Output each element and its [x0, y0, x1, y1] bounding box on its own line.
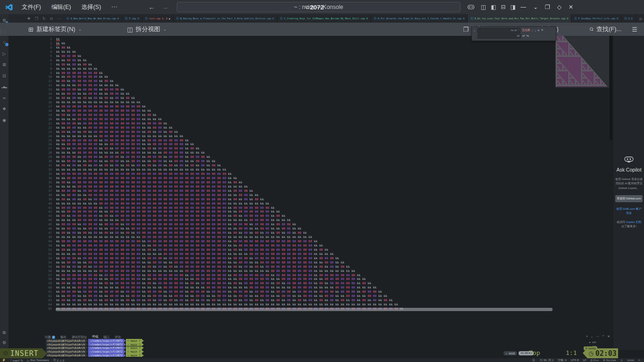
new-folder-icon[interactable]: ❐ — [35, 16, 38, 21]
expand-replace-chevron[interactable]: ⌄ — [473, 29, 476, 32]
run-debug-icon[interactable]: ▷ — [1, 51, 7, 57]
token: kk — [78, 58, 82, 62]
customize-layout-icon[interactable]: ◫ — [481, 4, 486, 10]
editor-tab[interactable]: ⓒC_Creating_Keys_for_StORages_Has_Become… — [277, 14, 371, 23]
token: 00 — [137, 181, 140, 184]
token: 00 — [217, 269, 221, 272]
token: kk — [61, 303, 65, 306]
replace-icon[interactable]: ⇄ — [522, 34, 525, 38]
token: kk — [319, 261, 323, 264]
close-panel-icon[interactable]: ✕ — [607, 335, 610, 338]
close-find-icon[interactable]: ✕ — [541, 28, 543, 32]
command-center[interactable]: ~ : nvim — Konsole 2072 — [177, 2, 461, 12]
editor-tab[interactable]: ⓒB_Having_Been_a_Treasurer_in_the_Past_I… — [173, 14, 277, 23]
new-file-icon[interactable]: ✚ — [27, 16, 31, 21]
more-icon[interactable]: ⋯ — [596, 335, 599, 338]
remote-explorer-icon[interactable]: ⊡ — [1, 73, 7, 79]
token: 00 — [148, 185, 151, 188]
github-icon[interactable]: ◉ — [1, 117, 7, 123]
token: kk — [78, 63, 82, 66]
token: kk — [276, 294, 280, 297]
regex-icon[interactable]: .* — [518, 29, 519, 32]
copilot-icon[interactable] — [467, 3, 475, 11]
find-in-selection-icon[interactable]: ≡ — [538, 29, 540, 32]
source-control-icon[interactable]: ⑂ — [1, 40, 7, 45]
close-button[interactable]: ✕ — [569, 4, 573, 10]
nav-forward-button[interactable]: → — [162, 4, 168, 11]
more-icon[interactable]: ⋯ — [57, 16, 61, 21]
editor-tab[interactable]: ⓒF.cppU — [122, 14, 142, 23]
notifications-bell[interactable]: ⍾ — [638, 359, 640, 362]
minimize-button[interactable]: — — [520, 4, 526, 10]
split-view-button[interactable]: ◫ 拆分视图 ⌄ — [127, 25, 167, 33]
terminal-list-item[interactable]: ▸zsh — [589, 340, 610, 344]
editor-tab[interactable]: ⓒG_I — [621, 14, 636, 23]
problems-indicator[interactable]: ⓧ2 ⚠ 0 — [53, 358, 64, 362]
feedback[interactable]: ☺ — [620, 359, 623, 362]
more-button[interactable]: ⌄ — [533, 4, 538, 10]
terminal-output[interactable]: chiyoyuki@ChiyoYukiArch~/codes/xcpc/cf/2… — [46, 339, 144, 357]
replace-all-icon[interactable]: ⇆ — [526, 34, 528, 38]
cursor-position[interactable]: 行 66, 列 1 — [540, 358, 553, 362]
run-testcases-button[interactable]: ▷Run Testcases — [27, 359, 49, 362]
token: 00 — [148, 147, 151, 150]
collapse-icon[interactable]: ⊟ — [50, 16, 53, 21]
editor-tab[interactable]: ⓒD_For_Wizards_the_Exam_Is_Easy_but_I_Co… — [371, 14, 468, 23]
vertical-scrollbar[interactable] — [610, 27, 612, 140]
toggle-primary-sidebar-icon[interactable]: ◧ — [491, 4, 496, 10]
token: 00 — [88, 117, 92, 121]
toggle-secondary-sidebar-icon[interactable]: ◨ — [511, 4, 516, 10]
git-branch-indicator[interactable]: ⑂main* ↻ — [10, 359, 23, 362]
remote-indicator[interactable]: ⚡ — [2, 358, 6, 362]
match-case-icon[interactable]: Aa — [511, 29, 513, 32]
go-live[interactable]: ⦾Go Live — [603, 359, 616, 362]
run-file-icon[interactable]: ▷ — [640, 16, 643, 21]
nav-back-button[interactable]: ← — [149, 4, 155, 11]
find-button[interactable]: 查找(F)... — [590, 25, 621, 33]
new-terminal-icon[interactable]: + — [586, 335, 588, 338]
menu-item[interactable]: 选择(S) — [82, 3, 101, 11]
editor-tab[interactable]: ⓒtest.cpp2, U● — [142, 14, 173, 23]
token: kk — [196, 281, 199, 285]
editor-tab[interactable]: ⓒF_Goodbye_Perfect_Life.cppU — [571, 14, 621, 23]
pin-button[interactable]: ◇ — [557, 4, 561, 10]
menu-item[interactable]: 编辑(E) — [51, 3, 71, 11]
encoding[interactable]: UTF-8 — [571, 359, 579, 362]
copilot-docs-link[interactable]: Copilot 文档 — [626, 221, 641, 223]
next-match-icon[interactable]: ↓ — [535, 29, 536, 32]
search-indicator[interactable] — [532, 358, 536, 362]
whole-word-icon[interactable]: ab — [514, 29, 517, 32]
editor-tab[interactable]: ⓒA_New_World_Now_We_New_Array.cppU — [64, 14, 122, 23]
token: kk — [78, 235, 82, 239]
os-indicator[interactable]: Linux — [627, 359, 634, 362]
eol[interactable]: LF — [583, 359, 586, 362]
token: 00 — [94, 206, 98, 209]
maximize-button[interactable]: ❐ — [545, 4, 550, 10]
github-signin-button[interactable]: 登录到 GitHub.com — [615, 195, 643, 202]
horizontal-scrollbar[interactable] — [56, 308, 553, 311]
chevron-down-icon[interactable]: ⌄ — [591, 335, 593, 338]
refresh-icon[interactable]: ↻ — [42, 16, 46, 21]
token: 00 — [137, 189, 140, 192]
toggle-panel-icon[interactable]: ⊟ — [501, 4, 506, 10]
settings-gear-icon[interactable]: ⚙ — [1, 340, 7, 346]
hamburger-menu-button[interactable]: ☰ — [632, 26, 637, 33]
preserve-case-icon[interactable]: AB — [517, 35, 520, 37]
menu-item[interactable]: 文件(F) — [22, 3, 41, 11]
ghe-signin-link[interactable]: 使用 GHE.com 帐户登录 — [615, 207, 643, 215]
nvim-buffer[interactable]: 1kk2kk kk3kk 00 kk4kk kk kk kk5kk 00 00 … — [41, 37, 404, 311]
leetcode-icon[interactable]: ❖ — [1, 106, 7, 112]
menu-item[interactable]: ··· — [111, 3, 117, 11]
maximize-panel-icon[interactable]: ⌃ — [602, 335, 604, 338]
extensions-icon[interactable]: ⊞ — [1, 62, 7, 67]
prev-match-icon[interactable]: ↑ — [532, 29, 533, 32]
test-chart-icon[interactable]: ▂▅▃ — [1, 84, 7, 90]
editor-tab[interactable]: ⓒE_Do_You_Love_Your_Hero_and_His_Two_Hit… — [468, 14, 571, 23]
account-icon[interactable]: ◍ — [1, 329, 7, 335]
find-input[interactable]: Aa ab .* — [477, 28, 520, 33]
replace-input[interactable]: AB — [478, 33, 521, 39]
new-tab-button[interactable]: ⊞ 新建标签页(N) ⌄ — [28, 25, 82, 33]
language-mode[interactable]: {}C++ — [591, 359, 599, 362]
indentation[interactable]: 空格: 4 — [558, 358, 567, 362]
gitlens-icon[interactable]: ∞ — [1, 95, 7, 101]
